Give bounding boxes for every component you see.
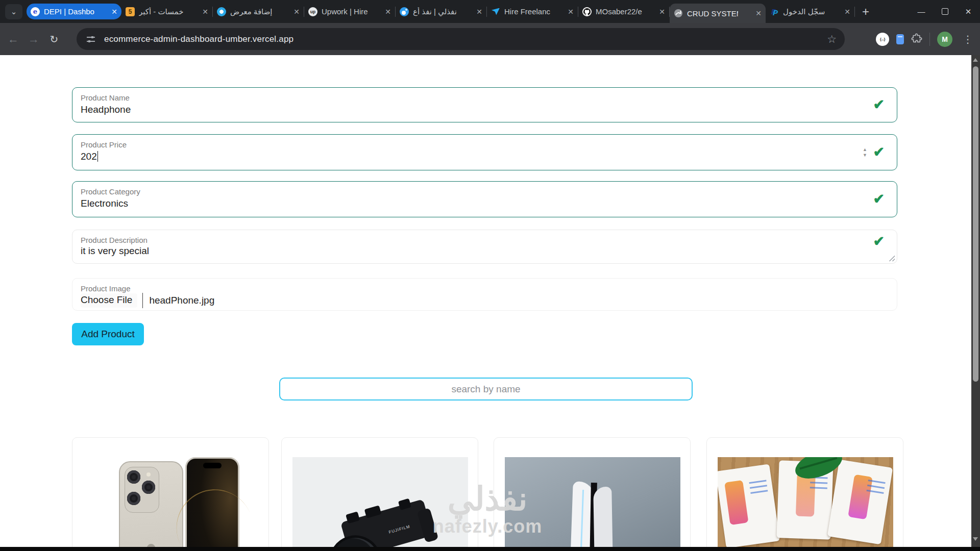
mostaql-favicon-icon: [217, 7, 226, 16]
window-bottom-edge: [0, 547, 980, 551]
globe-favicon-icon: [674, 9, 683, 18]
address-bar[interactable]: ecommerce-admin-dashboard-umber.vercel.a…: [77, 28, 845, 50]
spinner-down-icon[interactable]: ▼: [863, 153, 867, 158]
product-category-label: Product Category: [81, 187, 140, 196]
tab-mostaql[interactable]: إضافة معرض ✕: [213, 3, 304, 20]
tab-title: CRUD SYSTEM: [687, 9, 738, 18]
scrollbar-thumb[interactable]: [973, 66, 978, 382]
tab-close-icon[interactable]: ✕: [202, 8, 208, 16]
minimize-button[interactable]: —: [910, 0, 933, 23]
tab-depi[interactable]: e DEPI | Dashbo ✕: [27, 4, 121, 19]
scroll-down-arrow-icon[interactable]: [973, 537, 978, 541]
back-button[interactable]: ←: [3, 33, 23, 46]
tab-strip: ⌄ e DEPI | Dashbo ✕ 5 خمسات - أكبر ✕ إضا…: [0, 0, 980, 23]
restore-button[interactable]: [933, 0, 957, 23]
file-divider: [142, 293, 143, 308]
tab-close-icon[interactable]: ✕: [385, 8, 391, 16]
tab-close-icon[interactable]: ✕: [568, 8, 574, 16]
tab-title: إضافة معرض: [230, 7, 273, 16]
tab-crud-system-active[interactable]: CRUD SYSTEM ✕: [670, 4, 766, 23]
freelancer-favicon-icon: [491, 7, 500, 16]
chevron-down-icon: ⌄: [11, 7, 17, 16]
playstation-product-image: [505, 457, 680, 547]
extensions-puzzle-icon[interactable]: [911, 33, 922, 46]
tab-close-icon[interactable]: ✕: [293, 8, 300, 16]
valid-check-icon: ✔: [873, 190, 885, 207]
tab-paypal[interactable]: P P سجّل الدخول ✕: [766, 3, 854, 20]
restore-icon: [942, 8, 948, 15]
text-cursor: [97, 151, 99, 162]
iphone-product-image: [83, 457, 259, 547]
product-card-camera[interactable]: FUJIFILM: [281, 437, 478, 547]
menu-kebab-icon[interactable]: ⋮: [960, 33, 976, 45]
tab-title: Upwork | Hire: [322, 7, 368, 16]
page-scrollbar[interactable]: [971, 55, 980, 547]
product-price-value[interactable]: 202: [81, 151, 98, 162]
tab-title: خمسات - أكبر: [139, 7, 183, 16]
add-product-button[interactable]: Add Product: [72, 323, 144, 345]
tab-close-icon[interactable]: ✕: [844, 8, 850, 16]
tab-search-button[interactable]: ⌄: [5, 4, 22, 19]
search-input[interactable]: search by name: [279, 378, 693, 400]
minimize-icon: —: [918, 7, 925, 16]
bookmark-star-icon[interactable]: ☆: [827, 33, 837, 45]
choose-file-button[interactable]: Choose File: [81, 293, 137, 308]
resize-grip-icon[interactable]: [888, 255, 895, 261]
valid-check-icon: ✔: [873, 233, 885, 249]
nafezly-favicon-icon: [400, 7, 409, 16]
khamsat-favicon-icon: 5: [126, 7, 135, 16]
tab-upwork[interactable]: up Upwork | Hire ✕: [304, 3, 395, 20]
extension-curly-icon[interactable]: {...}: [876, 33, 889, 46]
product-category-value[interactable]: Electronics: [81, 198, 128, 209]
close-icon: ✕: [965, 7, 972, 16]
tab-title: MOsaber22/e: [596, 7, 642, 16]
product-name-field[interactable]: Product Name Headphone ✔: [72, 87, 897, 122]
close-window-button[interactable]: ✕: [957, 0, 980, 23]
tab-close-icon[interactable]: ✕: [476, 8, 482, 16]
tab-close-icon[interactable]: ✕: [659, 8, 665, 16]
file-name: headPhone.jpg: [149, 295, 214, 306]
file-input[interactable]: Choose File headPhone.jpg: [81, 293, 214, 308]
reading-list-icon[interactable]: [896, 34, 904, 44]
product-card-playstation[interactable]: [494, 437, 691, 547]
product-name-value[interactable]: Headphone: [81, 104, 131, 115]
depi-favicon-icon: e: [31, 7, 40, 16]
tab-close-icon[interactable]: ✕: [111, 8, 117, 16]
tab-freelancer[interactable]: Hire Freelanc ✕: [487, 3, 578, 20]
tab-khamsat[interactable]: 5 خمسات - أكبر ✕: [121, 3, 212, 20]
valid-check-icon: ✔: [873, 143, 885, 160]
browser-window: ⌄ e DEPI | Dashbo ✕ 5 خمسات - أكبر ✕ إضا…: [0, 0, 980, 551]
tab-close-icon[interactable]: ✕: [755, 9, 762, 17]
product-description-field[interactable]: Product Description it is very special ✔: [72, 230, 897, 264]
tab-title: نفذلي | نفذ أع: [413, 7, 457, 16]
airpods-product-image: [718, 457, 893, 547]
forward-button[interactable]: →: [23, 33, 44, 46]
reload-button[interactable]: ↻: [44, 33, 64, 45]
product-description-label: Product Description: [81, 236, 148, 244]
window-controls: — ✕: [910, 0, 980, 23]
new-tab-button[interactable]: +: [857, 3, 874, 20]
page-content: Product Name Headphone ✔ Product Price 2…: [0, 55, 971, 547]
product-price-field[interactable]: Product Price 202 ▲ ▼ ✔: [72, 134, 897, 170]
browser-toolbar: ← → ↻ ecommerce-admin-dashboard-umber.ve…: [0, 23, 980, 55]
scroll-up-arrow-icon[interactable]: [973, 58, 978, 62]
spinner-up-icon[interactable]: ▲: [863, 147, 867, 152]
product-name-label: Product Name: [81, 93, 130, 102]
valid-check-icon: ✔: [873, 96, 885, 112]
tab-nafezly[interactable]: نفذلي | نفذ أع ✕: [396, 3, 486, 20]
tab-title: Hire Freelanc: [504, 7, 550, 16]
product-card-iphone[interactable]: [72, 437, 269, 547]
tab-github[interactable]: MOsaber22/e ✕: [578, 3, 669, 20]
product-image-field: Product Image Choose File headPhone.jpg: [72, 278, 897, 311]
url-text[interactable]: ecommerce-admin-dashboard-umber.vercel.a…: [104, 34, 293, 44]
product-card-airpods[interactable]: [706, 437, 903, 547]
upwork-favicon-icon: up: [308, 7, 317, 16]
profile-avatar[interactable]: M: [937, 32, 952, 47]
toolbar-divider: [929, 33, 930, 46]
number-spinner[interactable]: ▲ ▼: [863, 147, 867, 158]
toolbar-right: {...} M ⋮: [876, 23, 976, 55]
product-description-value[interactable]: it is very special: [81, 245, 149, 257]
product-category-field[interactable]: Product Category Electronics ✔: [72, 181, 897, 217]
site-info-icon[interactable]: [87, 35, 95, 43]
tab-title: سجّل الدخول: [783, 7, 825, 16]
